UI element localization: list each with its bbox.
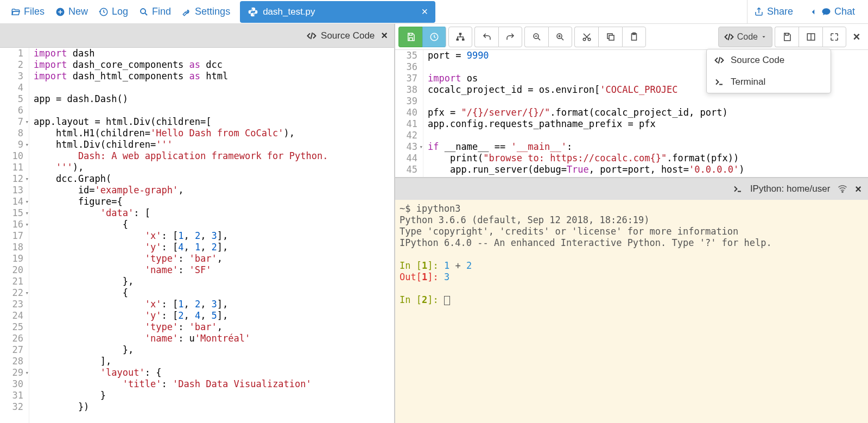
copy-icon <box>606 32 616 42</box>
zoom-out-button[interactable] <box>524 27 548 47</box>
menu-find[interactable]: Find <box>134 3 176 21</box>
split-button[interactable] <box>799 27 822 47</box>
terminal-icon <box>733 184 743 194</box>
columns-icon <box>806 32 816 42</box>
search-icon <box>139 7 149 17</box>
caret-down-icon <box>761 34 766 40</box>
top-right-menu: Share Chat <box>747 0 868 23</box>
wrench-icon <box>182 7 192 17</box>
share-icon <box>754 7 764 17</box>
redo-button[interactable] <box>498 27 522 47</box>
zoom-in-button[interactable] <box>548 27 572 47</box>
caret-left-icon <box>808 7 818 17</box>
timetravel-button[interactable] <box>422 27 446 47</box>
dropdown-terminal[interactable]: Terminal <box>707 71 831 93</box>
left-pane: Source Code × 12345678910111213141516171… <box>0 24 395 423</box>
undo-icon <box>482 32 492 42</box>
right-toolbar: Code × Source Code <box>395 24 868 50</box>
zoom-in-icon <box>555 32 565 42</box>
left-code[interactable]: import dash import dash_core_components … <box>29 48 394 423</box>
right-pane: Code × Source Code <box>395 24 868 423</box>
left-pane-close-icon[interactable]: × <box>381 29 388 42</box>
share-button[interactable]: Share <box>747 3 800 21</box>
paste-icon <box>629 32 639 42</box>
svg-rect-4 <box>462 39 465 41</box>
right-gutter: 3536373839404142434445 <box>395 50 423 177</box>
chat-button[interactable]: Chat <box>802 3 861 21</box>
code-icon <box>307 31 316 41</box>
svg-rect-9 <box>609 35 614 40</box>
top-menu: Files New Log Find Settings dash_test.py… <box>0 1 435 23</box>
top-bar: Files New Log Find Settings dash_test.py… <box>0 0 868 24</box>
menu-log[interactable]: Log <box>93 3 134 21</box>
left-pane-title: Source Code <box>307 30 375 41</box>
expand-icon <box>829 32 839 42</box>
close-tab-icon[interactable]: × <box>422 5 428 18</box>
chat-icon <box>821 7 831 17</box>
terminal-section: IPython: home/user × ~$ ipython3 Python … <box>395 177 868 423</box>
cut-button[interactable] <box>574 27 598 47</box>
terminal-icon <box>714 77 724 87</box>
svg-point-1 <box>141 9 145 14</box>
terminal-cursor <box>444 296 450 305</box>
terminal-close-icon[interactable]: × <box>855 183 861 195</box>
menu-files[interactable]: Files <box>5 3 50 21</box>
file-tab-name: dash_test.py <box>263 7 315 17</box>
save-icon <box>406 32 416 42</box>
undo-button[interactable] <box>474 27 498 47</box>
main-area: Source Code × 12345678910111213141516171… <box>0 24 868 423</box>
folder-open-icon <box>11 7 21 17</box>
wifi-icon <box>838 184 847 194</box>
terminal-body[interactable]: ~$ ipython3 Python 3.6.6 (default, Sep 1… <box>395 200 868 423</box>
sitemap-button[interactable] <box>448 27 472 47</box>
left-gutter: 1234567891011121314151617181920212223242… <box>0 48 29 423</box>
save-button[interactable] <box>398 27 422 47</box>
code-icon <box>714 55 724 65</box>
zoom-out-icon <box>532 32 542 42</box>
cut-icon <box>582 32 592 42</box>
terminal-header: IPython: home/user × <box>395 178 868 200</box>
svg-rect-3 <box>457 39 459 41</box>
save-layout-button[interactable] <box>775 27 799 47</box>
svg-rect-2 <box>459 33 462 35</box>
code-icon <box>724 32 734 42</box>
paste-button[interactable] <box>622 27 646 47</box>
save-alt-icon <box>782 32 792 42</box>
python-icon <box>248 7 258 17</box>
code-dropdown-menu: Source Code Terminal <box>706 49 831 93</box>
sitemap-icon <box>455 32 465 42</box>
left-pane-header: Source Code × <box>0 24 394 48</box>
file-tab[interactable]: dash_test.py × <box>240 1 435 23</box>
left-editor[interactable]: 1234567891011121314151617181920212223242… <box>0 48 394 423</box>
copy-button[interactable] <box>598 27 622 47</box>
close-right-button[interactable]: × <box>848 27 865 47</box>
expand-button[interactable] <box>822 27 846 47</box>
menu-settings[interactable]: Settings <box>176 3 236 21</box>
menu-new[interactable]: New <box>50 3 93 21</box>
history-icon <box>99 7 109 17</box>
history-icon <box>429 32 439 42</box>
redo-icon <box>505 32 515 42</box>
plus-circle-icon <box>55 7 65 17</box>
terminal-title: IPython: home/user <box>750 184 830 194</box>
code-dropdown-button[interactable]: Code <box>718 27 772 47</box>
dropdown-source-code[interactable]: Source Code <box>707 49 831 71</box>
svg-point-13 <box>842 191 843 192</box>
